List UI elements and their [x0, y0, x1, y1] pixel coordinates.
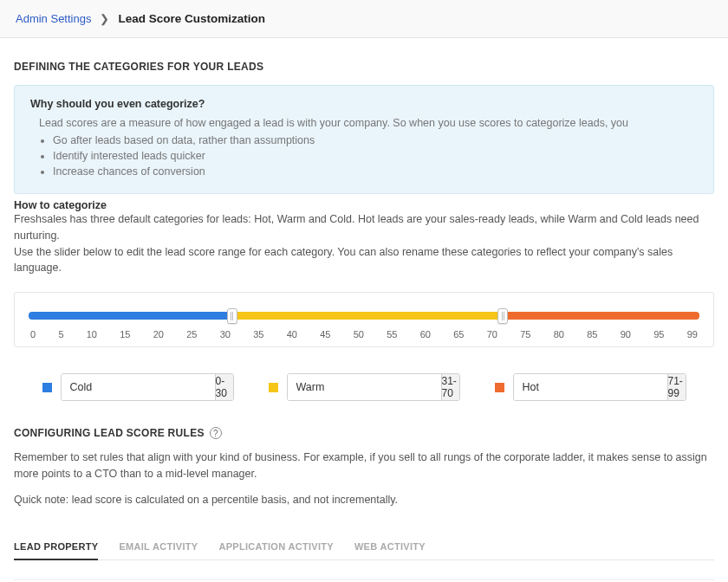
category-item: 0-30 [42, 373, 234, 401]
category-box: 71-99 [513, 373, 686, 401]
info-title: Why should you even categorize? [30, 98, 698, 110]
slider-segment-cold [29, 312, 232, 320]
info-bullet: Increase chances of conversion [53, 165, 698, 178]
slider-tick: 95 [653, 329, 664, 340]
category-labels-row: 0-3031-7071-99 [14, 373, 714, 401]
slider-handle-1[interactable] [227, 308, 237, 324]
slider-tick: 0 [30, 329, 36, 340]
category-item: 31-70 [269, 373, 460, 401]
section-title-rules: CONFIGURING LEAD SCORE RULES [14, 427, 205, 439]
help-icon[interactable]: ? [210, 427, 222, 439]
category-item: 71-99 [495, 373, 686, 401]
why-categorize-info: Why should you even categorize? Lead sco… [14, 85, 714, 194]
slider-tick: 15 [120, 329, 130, 340]
tab[interactable]: LEAD PROPERTY [14, 534, 98, 560]
slider-tick: 70 [487, 329, 497, 340]
slider-handle-2[interactable] [497, 308, 508, 324]
slider-ticks: 0510152025303540455055606570758085909599 [29, 329, 699, 340]
how-to-categorize-body: Freshsales has three default categories … [14, 211, 714, 276]
slider-tick: 55 [387, 329, 397, 340]
slider-tick: 60 [420, 329, 431, 340]
info-lead: Lead scores are a measure of how engaged… [39, 117, 698, 129]
slider-tick: 50 [354, 329, 364, 340]
rules-paragraph-2: Quick note: lead score is calculated on … [14, 492, 714, 508]
slider-tick: 90 [621, 329, 631, 340]
slider-tick: 10 [87, 329, 97, 340]
category-box: 0-30 [61, 373, 234, 401]
category-name-input[interactable] [288, 374, 441, 400]
category-swatch [269, 383, 278, 392]
breadcrumb: Admin Settings ❯ Lead Score Customizatio… [0, 0, 728, 38]
slider-tick: 35 [253, 329, 263, 340]
how-to-categorize-title: How to categorize [14, 199, 714, 211]
tab[interactable]: EMAIL ACTIVITY [119, 534, 198, 559]
slider-tick: 80 [554, 329, 564, 340]
info-bullet: Identify interested leads quicker [53, 150, 698, 162]
rules-paragraph-1: Remember to set rules that align with yo… [14, 449, 714, 483]
slider-tick: 20 [153, 329, 164, 340]
slider-tick: 65 [453, 329, 464, 340]
section-title-categories: DEFINING THE CATEGORIES FOR YOUR LEADS [14, 61, 714, 73]
info-bullets: Go after leads based on data, rather tha… [30, 134, 698, 178]
category-swatch [42, 383, 52, 392]
rule-tabs: LEAD PROPERTYEMAIL ACTIVITYAPPLICATION A… [14, 534, 714, 560]
slider-tick: 75 [520, 329, 530, 340]
tab[interactable]: WEB ACTIVITY [354, 534, 426, 559]
score-range-slider[interactable] [29, 312, 699, 320]
category-box: 31-70 [287, 373, 460, 401]
slider-tick: 5 [58, 329, 63, 340]
slider-tick: 85 [587, 329, 597, 340]
breadcrumb-current: Lead Score Customization [118, 12, 265, 25]
chevron-right-icon: ❯ [100, 12, 109, 25]
category-range: 31-70 [441, 374, 459, 400]
slider-tick: 45 [320, 329, 330, 340]
score-range-slider-panel: 0510152025303540455055606570758085909599 [14, 292, 714, 347]
slider-tick: 99 [687, 329, 698, 340]
info-bullet: Go after leads based on data, rather tha… [53, 134, 698, 146]
slider-tick: 25 [186, 329, 197, 340]
category-name-input[interactable] [62, 374, 215, 400]
slider-segment-warm [232, 312, 504, 320]
category-swatch [495, 383, 504, 392]
category-range: 0-30 [215, 374, 233, 400]
breadcrumb-root[interactable]: Admin Settings [16, 12, 91, 25]
category-name-input[interactable] [514, 374, 667, 400]
category-range: 71-99 [667, 374, 686, 400]
tab[interactable]: APPLICATION ACTIVITY [218, 534, 334, 559]
slider-tick: 40 [287, 329, 297, 340]
slider-tick: 30 [220, 329, 231, 340]
slider-segment-hot [503, 312, 699, 320]
